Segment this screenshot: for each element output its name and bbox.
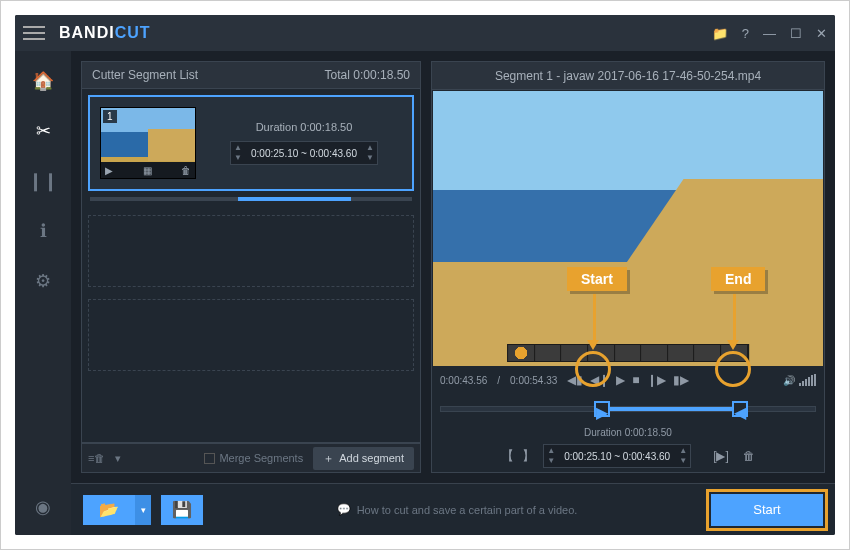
play-selection-button[interactable]: [▶] [713,449,729,463]
thumb-delete-icon[interactable]: 🗑 [181,165,191,176]
segment-row[interactable]: 1 ▶ ▦ 🗑 Duration 0:00:18.50 ▲▼ [88,95,414,191]
segment-thumbnail: 1 ▶ ▦ 🗑 [100,107,196,179]
video-preview[interactable] [433,91,823,366]
stop-button[interactable]: ■ [632,373,639,387]
empty-segment-slot [88,215,414,287]
app-logo: BANDICUT [59,24,151,42]
segment-progress [90,197,412,201]
segment-list-total: Total 0:00:18.50 [325,68,410,82]
nav-info[interactable]: ℹ [29,217,57,245]
minimize-button[interactable]: — [763,26,776,41]
add-segment-button[interactable]: ＋ Add segment [313,447,414,470]
preview-title: Segment 1 - javaw 2017-06-16 17-46-50-25… [495,69,761,83]
step-fwd-button[interactable]: ❙▶ [647,373,666,387]
play-button[interactable]: ▶ [616,373,625,387]
plus-icon: ＋ [323,451,334,466]
trim-range-input[interactable]: ▲▼ 0:00:25.10 ~ 0:00:43.60 ▲▼ [543,444,691,468]
menu-button[interactable] [23,22,45,44]
nav-cut[interactable]: ✂ [29,117,57,145]
list-dropdown[interactable]: ▾ [115,452,121,465]
thumb-play-icon[interactable]: ▶ [105,165,113,176]
delete-selection-button[interactable]: 🗑 [743,449,755,463]
nav-record[interactable]: ◉ [29,493,57,521]
volume-slider[interactable] [799,374,816,386]
save-button[interactable]: 💾 [161,495,203,525]
close-button[interactable]: ✕ [816,26,827,41]
open-file-dropdown[interactable]: ▾ [135,495,151,525]
prev-frame-button[interactable]: ◀▮ [567,373,583,387]
thumb-grid-icon[interactable]: ▦ [143,165,152,176]
hint-icon: 💬 [337,503,351,516]
nav-join[interactable]: ❙❙ [29,167,57,195]
segment-list-title: Cutter Segment List [92,68,198,82]
hint-text: How to cut and save a certain part of a … [357,504,578,516]
help-button[interactable]: ? [742,26,749,41]
time-total: 0:00:54.33 [510,375,557,386]
folder-icon[interactable]: 📁 [712,26,728,41]
time-current: 0:00:43.56 [440,375,487,386]
next-frame-button[interactable]: ▮▶ [673,373,689,387]
start-handle[interactable]: ▶ [594,401,610,417]
nav-home[interactable]: 🏠 [29,67,57,95]
end-handle[interactable]: ◀ [732,401,748,417]
nav-settings[interactable]: ⚙ [29,267,57,295]
start-button[interactable]: Start [711,494,823,526]
segment-range-input[interactable]: ▲▼ 0:00:25.10 ~ 0:00:43.60 ▲▼ [230,141,378,165]
trim-duration-label: Duration 0:00:18.50 [432,425,824,440]
step-back-button[interactable]: ◀❙ [590,373,609,387]
open-file-button[interactable]: 📂 [83,495,135,525]
mark-in-button[interactable]: 【 [501,447,514,465]
empty-segment-slot [88,299,414,371]
volume-icon[interactable]: 🔊 [783,375,795,386]
timeline-track[interactable]: ▶ ◀ [440,406,816,412]
segment-duration: Duration 0:00:18.50 [256,121,353,133]
delete-list-button[interactable]: ≡🗑 [88,452,105,464]
segment-index: 1 [103,110,117,123]
merge-segments-checkbox[interactable]: Merge Segments [204,452,303,464]
mark-out-button[interactable]: 】 [522,447,535,465]
maximize-button[interactable]: ☐ [790,26,802,41]
